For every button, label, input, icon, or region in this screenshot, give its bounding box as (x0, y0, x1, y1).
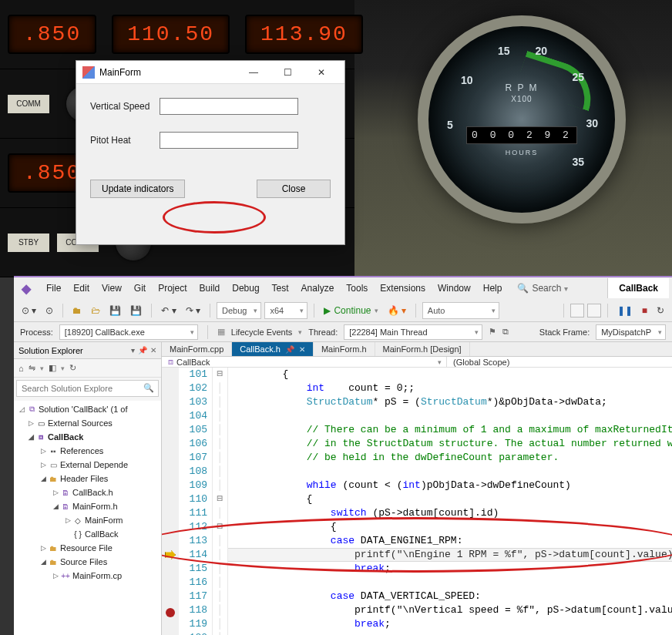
config-combo[interactable]: Debug (217, 302, 261, 319)
vs-menu-edit[interactable]: Edit (67, 280, 96, 297)
code-area[interactable]: 1011021031041051061071081091101111121131… (162, 368, 672, 635)
code-line[interactable]: { (234, 520, 672, 534)
code-line[interactable]: printf("\nEngine 1 RPM = %f", pS->datum[… (234, 548, 672, 562)
code-line[interactable]: case DATA_ENGINE1_RPM: (234, 534, 672, 548)
close-window-button[interactable]: ✕ (304, 62, 338, 83)
update-indicators-button[interactable]: Update indicators (90, 180, 185, 198)
context-scope-combo[interactable]: (Global Scope) (447, 357, 672, 367)
vs-menu-test[interactable]: Test (266, 280, 295, 297)
vs-menu-view[interactable]: View (96, 280, 128, 297)
vs-menu-file[interactable]: File (40, 280, 67, 297)
refresh-icon[interactable]: ↻ (69, 363, 76, 373)
vs-menu-help[interactable]: Help (477, 280, 509, 297)
tree-resource-files[interactable]: Resource File (60, 543, 113, 553)
code-line[interactable] (234, 409, 672, 423)
code-line[interactable]: switch (pS->datum[count].id) (234, 506, 672, 520)
fold-marker[interactable]: │ (213, 548, 227, 562)
sync-icon[interactable]: ⇋ (29, 363, 35, 373)
restart-icon[interactable]: ↻ (654, 303, 667, 318)
pause-icon[interactable]: ❚❚ (614, 303, 636, 318)
tree-external-sources[interactable]: External Sources (48, 418, 113, 428)
hot-reload-icon[interactable]: 🔥 ▾ (385, 303, 409, 318)
continue-button[interactable]: ▶ Continue ▾ (321, 303, 381, 318)
vs-search[interactable]: 🔍 Search ▾ (517, 283, 568, 294)
vs-menu-project[interactable]: Project (152, 280, 193, 297)
code-line[interactable] (234, 465, 672, 479)
breakpoint-gutter[interactable] (162, 368, 179, 635)
fold-marker[interactable]: │ (213, 534, 227, 548)
code-line[interactable] (234, 631, 672, 635)
code-line[interactable]: printf("\nVertical speed = %f", pS->datu… (234, 603, 672, 617)
vs-menu-analyze[interactable]: Analyze (295, 280, 341, 297)
pin-icon[interactable]: 📌 (285, 345, 294, 354)
home-icon[interactable]: ⌂ (18, 364, 24, 373)
switch-views-icon[interactable]: ◧ (49, 363, 56, 373)
vs-menu-debug[interactable]: Debug (226, 280, 265, 297)
maximize-button[interactable]: ☐ (270, 62, 304, 83)
open-file-icon[interactable]: 🗁 (88, 303, 103, 318)
platform-combo[interactable]: x64 (264, 302, 307, 319)
fold-marker[interactable]: │ (213, 617, 227, 631)
stackframe-combo[interactable]: MyDispatchP (596, 324, 666, 340)
tree-mainform-h[interactable]: MainForm.h (72, 502, 118, 511)
fold-marker[interactable]: │ (213, 423, 227, 437)
fold-marker[interactable]: │ (213, 562, 227, 576)
vs-menu-build[interactable]: Build (193, 280, 227, 297)
debug-target-combo[interactable]: Auto (422, 302, 499, 319)
tree-mainform-node[interactable]: MainForm (85, 516, 123, 525)
redo-button[interactable]: ↷ ▾ (183, 303, 203, 318)
fold-marker[interactable]: ⊟ (213, 520, 227, 534)
pitot-heat-input[interactable] (160, 132, 298, 149)
tree-source-files[interactable]: Source Files (60, 557, 107, 566)
vertical-speed-input[interactable] (160, 98, 298, 115)
nav-fwd-button[interactable]: ⊙ (42, 303, 56, 318)
tree-callback-node[interactable]: CallBack (85, 529, 118, 539)
fold-marker[interactable]: │ (213, 631, 227, 635)
fold-marker[interactable]: │ (213, 437, 227, 451)
save-all-icon[interactable]: 💾 (127, 303, 145, 318)
stop-icon[interactable]: ■ (639, 303, 650, 318)
fold-marker[interactable]: │ (213, 576, 227, 590)
minimize-button[interactable]: — (237, 62, 270, 83)
solution-explorer-search[interactable]: 🔍 (16, 380, 159, 398)
close-button[interactable]: Close (257, 180, 331, 198)
fold-marker[interactable]: │ (213, 395, 227, 409)
mainform-titlebar[interactable]: MainForm — ☐ ✕ (76, 61, 344, 84)
vs-menu-extensions[interactable]: Extensions (374, 280, 432, 297)
process-combo[interactable]: [18920] CallBack.exe (59, 324, 198, 340)
vs-solution-name-tab[interactable]: CallBack (607, 278, 669, 298)
tab-mainform-h[interactable]: MainForm.h (314, 342, 375, 356)
fold-marker[interactable]: ⊟ (213, 492, 227, 506)
undo-button[interactable]: ↶ ▾ (158, 303, 179, 318)
threads-icon[interactable]: ⧉ (502, 327, 509, 337)
code-line[interactable]: int count = 0;; (234, 381, 672, 395)
code-line[interactable]: // There can be a minimum of 1 and a max… (234, 423, 672, 437)
code-line[interactable]: break; (234, 617, 672, 631)
fold-marker[interactable]: ⊟ (213, 368, 227, 381)
pin-icon[interactable]: 📌 (138, 346, 147, 354)
breakpoint-icon[interactable] (166, 608, 175, 617)
tree-mainform-cpp[interactable]: MainForm.cp (72, 571, 122, 580)
flag-icon[interactable]: ⚑ (489, 327, 496, 337)
vs-menu-git[interactable]: Git (128, 280, 152, 297)
code-line[interactable]: StructDatum* pS = (StructDatum*)&pObjDat… (234, 395, 672, 409)
tree-solution[interactable]: Solution 'CallBack' (1 of (39, 405, 127, 414)
context-project-combo[interactable]: ⧈ CallBack (162, 357, 447, 367)
fold-marker[interactable]: │ (213, 409, 227, 423)
tab-mainform-cpp[interactable]: MainForm.cpp (162, 342, 232, 356)
solution-explorer-search-input[interactable] (16, 380, 159, 397)
thread-combo[interactable]: [22284] Main Thread (344, 324, 482, 340)
solution-tree[interactable]: ◿⧉Solution 'CallBack' (1 of ▷▭External S… (14, 401, 161, 635)
code-line[interactable]: while (count < (int)pObjData->dwDefineCo… (234, 479, 672, 492)
vs-menu-tools[interactable]: Tools (340, 280, 374, 297)
code-body[interactable]: { int count = 0;; StructDatum* pS = (Str… (228, 368, 672, 635)
fold-marker[interactable]: │ (213, 381, 227, 395)
save-icon[interactable]: 💾 (106, 303, 124, 318)
tree-callback-h[interactable]: CallBack.h (72, 488, 113, 497)
fold-marker[interactable]: │ (213, 451, 227, 465)
tab-mainform-h-design[interactable]: MainForm.h [Design] (375, 342, 470, 356)
code-line[interactable]: // in the StructDatum structure. The act… (234, 437, 672, 451)
tree-external-deps[interactable]: External Depende (60, 460, 128, 469)
close-tab-icon[interactable]: ✕ (299, 345, 305, 354)
new-project-icon[interactable]: 🖿 (69, 303, 85, 318)
